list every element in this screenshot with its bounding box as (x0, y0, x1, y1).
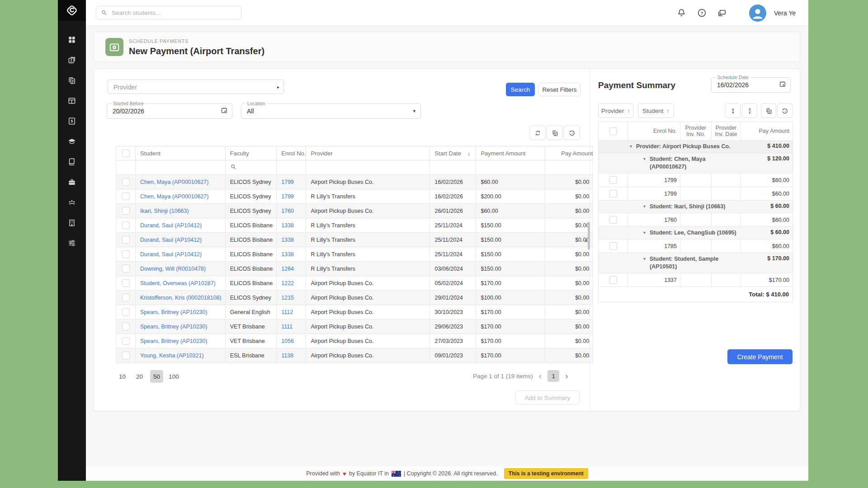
student-link[interactable]: Kristofferson, Kris (0002018108) (140, 295, 222, 301)
expand-all-icon[interactable] (725, 103, 741, 118)
refresh-icon[interactable] (529, 126, 546, 140)
enrol-link[interactable]: 1338 (281, 251, 294, 258)
summary-student-group-row[interactable]: ▾Student: Chen, Maya (AP00010627)$ 120.0… (599, 153, 793, 174)
column-header-payment-amount[interactable]: Payment Amount (476, 146, 545, 160)
summary-student-group-row[interactable]: ▾Student: Ikari, Shinji (10663)$ 60.00 (599, 201, 793, 213)
filter-cell[interactable] (545, 160, 593, 175)
page-size-20[interactable]: 20 (133, 370, 146, 383)
filter-cell[interactable] (277, 160, 306, 175)
student-link[interactable]: Chen, Maya (AP00010627) (140, 193, 208, 200)
summary-provider-inv-no-cell[interactable] (680, 213, 712, 227)
enrol-link[interactable]: 1760 (281, 208, 294, 214)
summary-provider-inv-no-cell[interactable] (680, 273, 712, 287)
enrol-link[interactable]: 1222 (281, 280, 294, 286)
student-link[interactable]: Young, Kesha (AP10321) (140, 352, 204, 359)
briefcase-icon[interactable] (67, 178, 76, 187)
summary-payment-row[interactable]: 1337$170.00 (599, 273, 793, 287)
column-header-student[interactable]: Student (136, 146, 226, 160)
row-checkbox[interactable] (122, 236, 130, 244)
filter-cell[interactable] (306, 160, 430, 175)
filter-cell[interactable] (116, 160, 136, 175)
enrol-link[interactable]: 1338 (281, 237, 294, 243)
row-checkbox[interactable] (609, 176, 617, 184)
collapse-group-icon[interactable]: ▾ (643, 204, 646, 209)
table-filter-row[interactable] (116, 160, 593, 175)
table-row[interactable]: Durand, Saul (AP10412)ELICOS Bisbane1338… (116, 218, 593, 233)
filter-cell[interactable] (430, 160, 476, 175)
enrol-link[interactable]: 1799 (281, 179, 294, 185)
table-row[interactable]: Downing, Will (R0010478)ELICOS Bisbane12… (116, 262, 593, 276)
started-before-field[interactable]: Started Before 20/02/2026 (107, 103, 232, 119)
row-checkbox[interactable] (122, 323, 130, 330)
sort-by-provider-button[interactable]: Provider↑ (598, 103, 633, 118)
enrol-link[interactable]: 1138 (281, 352, 293, 359)
summary-payment-row[interactable]: 1760$60.00 (599, 213, 793, 227)
row-checkbox[interactable] (122, 250, 130, 258)
table-row[interactable]: Spears, Britney (AP10230)General English… (116, 305, 593, 319)
scrollbar-thumb[interactable] (588, 222, 590, 250)
row-checkbox[interactable] (609, 190, 617, 197)
page-size-50[interactable]: 50 (150, 370, 163, 383)
copy-icon[interactable] (761, 103, 776, 118)
column-header-provider[interactable]: Provider (306, 146, 430, 160)
summary-column-provider-inv-no-[interactable]: Provider Inv. No. (680, 122, 712, 141)
student-link[interactable]: Durand, Saul (AP10412) (140, 237, 202, 243)
filter-cell[interactable] (476, 160, 545, 175)
column-header-enrol-no-[interactable]: Enrol No. (277, 146, 306, 160)
bell-icon[interactable] (676, 8, 687, 18)
row-checkbox[interactable] (609, 216, 617, 224)
enrol-link[interactable]: 1215 (281, 295, 294, 301)
enrol-link[interactable]: 1264 (281, 266, 294, 272)
messages-icon[interactable] (717, 8, 727, 18)
community-icon[interactable] (67, 198, 76, 207)
summary-column-enrol-no-[interactable]: Enrol No. (628, 122, 680, 141)
table-row[interactable]: Durand, Saul (AP10412)ELICOS Bisbane1338… (116, 247, 593, 262)
row-checkbox[interactable] (122, 337, 130, 345)
row-checkbox[interactable] (122, 192, 130, 200)
row-checkbox[interactable] (122, 308, 130, 316)
contacts-icon[interactable] (67, 56, 76, 65)
collapse-group-icon[interactable]: ▾ (643, 156, 646, 161)
summary-payment-row[interactable]: 1785$60.00 (599, 239, 793, 253)
calendar-icon[interactable] (221, 107, 228, 116)
row-checkbox[interactable] (609, 276, 617, 284)
table-row[interactable]: Durand, Saul (AP10412)ELICOS Bisbane1338… (116, 233, 593, 247)
summary-provider-inv-no-cell[interactable] (680, 187, 712, 201)
table-row[interactable]: Spears, Britney (AP10230)VET Brisbane105… (116, 334, 593, 348)
collapse-group-icon[interactable]: ▾ (630, 144, 632, 149)
enrol-link[interactable]: 1112 (281, 309, 293, 315)
student-link[interactable]: Student, Overseas (AP10287) (140, 280, 216, 286)
row-checkbox[interactable] (122, 207, 130, 215)
summary-provider-inv-no-cell[interactable] (680, 174, 712, 187)
schedule-date-field[interactable]: Schedule Date 16/02/2026 (711, 77, 791, 93)
column-header-faculty[interactable]: Faculty (225, 146, 277, 160)
layout-icon[interactable] (67, 96, 76, 105)
column-search-icon[interactable] (230, 164, 236, 170)
student-link[interactable]: Durand, Saul (AP10412) (140, 222, 202, 229)
user-name[interactable]: Vera Ye (774, 9, 796, 17)
page-size-10[interactable]: 10 (116, 370, 129, 383)
collapse-group-icon[interactable]: ▾ (643, 230, 646, 235)
summary-student-group-row[interactable]: ▾Student: Lee, ChangSub (10695)$ 60.00 (599, 227, 793, 239)
student-link[interactable]: Spears, Britney (AP10230) (140, 338, 208, 344)
table-row[interactable]: Chen, Maya (AP00010627)ELICOS Sydney1799… (116, 189, 593, 204)
filter-cell[interactable] (136, 160, 226, 175)
page-size-100[interactable]: 100 (167, 370, 180, 383)
student-search-box[interactable] (96, 6, 241, 19)
avatar[interactable] (749, 5, 766, 22)
enrol-link[interactable]: 1111 (281, 324, 292, 330)
copy-icon[interactable] (547, 126, 563, 140)
column-header-select[interactable] (116, 146, 136, 160)
help-icon[interactable]: ? (697, 8, 707, 18)
summary-provider-inv-date-cell[interactable] (712, 239, 741, 253)
create-payment-button[interactable]: Create Payment (727, 349, 793, 364)
enrol-link[interactable]: 1056 (281, 338, 294, 344)
summary-student-group-row[interactable]: ▾Student: Student, Sample (AP10501)$ 170… (599, 253, 793, 273)
summary-payment-row[interactable]: 1799$60.00 (599, 174, 793, 187)
history-icon[interactable] (777, 103, 793, 118)
table-row[interactable]: Chen, Maya (AP00010627)ELICOS Sydney1799… (116, 175, 593, 189)
select-all-checkbox[interactable] (122, 150, 130, 157)
invoices-icon[interactable]: $ (67, 117, 76, 126)
enrol-link[interactable]: 1338 (281, 222, 294, 229)
student-link[interactable]: Ikari, Shinji (10663) (140, 208, 189, 214)
